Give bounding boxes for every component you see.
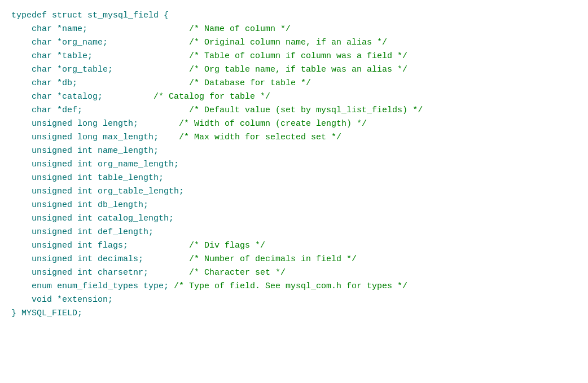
code-block: typedef struct st_mysql_field { char *na… [11,9,577,320]
code-line: unsigned int def_length; [11,226,577,239]
code-line: unsigned int org_name_length; [11,158,577,171]
code-line: char *org_table; /* Org table name, if t… [11,63,577,77]
code-line: unsigned int catalog_length; [11,212,577,226]
code-line: enum enum_field_types type; /* Type of f… [11,280,577,293]
code-line: char *table; /* Table of column if colum… [11,50,577,63]
code-container: typedef struct st_mysql_field { char *na… [0,0,588,383]
code-line: char *name; /* Name of column */ [11,23,577,36]
code-line: void *extension; [11,293,577,307]
code-line: unsigned int flags; /* Div flags */ [11,239,577,253]
code-line: unsigned int org_table_length; [11,185,577,199]
code-line: typedef struct st_mysql_field { [11,9,577,23]
code-line: char *catalog; /* Catalog for table */ [11,90,577,104]
code-line: char *db; /* Database for table */ [11,77,577,90]
code-line: unsigned long max_length; /* Max width f… [11,131,577,144]
code-line: unsigned int name_length; [11,144,577,158]
code-line: char *org_name; /* Original column name,… [11,36,577,50]
code-line: } MYSQL_FIELD; [11,307,577,320]
code-line: unsigned int decimals; /* Number of deci… [11,253,577,266]
code-line: unsigned long length; /* Width of column… [11,117,577,131]
code-line: char *def; /* Default value (set by mysq… [11,104,577,117]
code-line: unsigned int charsetnr; /* Character set… [11,266,577,280]
code-line: unsigned int table_length; [11,171,577,185]
code-line: unsigned int db_length; [11,199,577,212]
